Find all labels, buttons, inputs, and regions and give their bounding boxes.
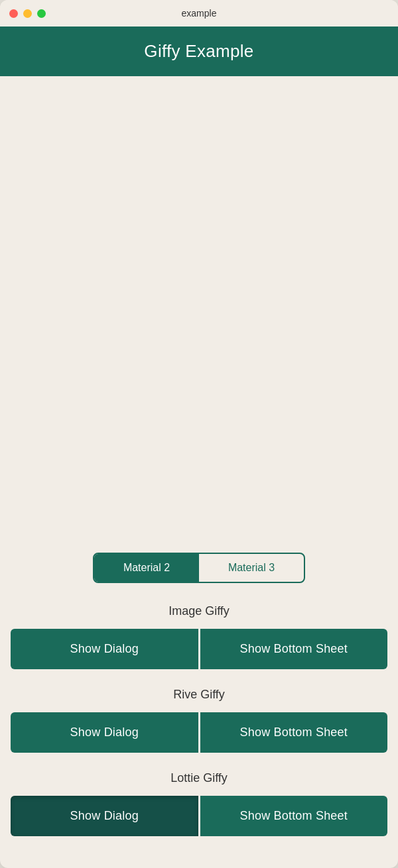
section-rive-giffy: Rive Giffy Show Dialog Show Bottom Sheet: [11, 688, 387, 753]
rive-giffy-show-dialog-button[interactable]: Show Dialog: [11, 712, 198, 753]
app-header: Giffy Example: [0, 27, 398, 76]
lottie-giffy-show-dialog-button[interactable]: Show Dialog: [11, 796, 198, 836]
rive-giffy-show-bottom-sheet-button[interactable]: Show Bottom Sheet: [200, 712, 388, 753]
tab-material3[interactable]: Material 3: [199, 554, 304, 582]
app-content: Material 2 Material 3 Image Giffy Show D…: [0, 76, 398, 868]
window-title: example: [182, 8, 217, 19]
minimize-button[interactable]: [23, 9, 32, 18]
image-giffy-show-bottom-sheet-button[interactable]: Show Bottom Sheet: [200, 629, 388, 669]
section-image-giffy-title: Image Giffy: [11, 604, 387, 618]
section-lottie-giffy: Lottie Giffy Show Dialog Show Bottom She…: [11, 771, 387, 836]
tab-group: Material 2 Material 3: [93, 553, 305, 583]
rive-giffy-button-row: Show Dialog Show Bottom Sheet: [11, 712, 387, 753]
image-giffy-button-row: Show Dialog Show Bottom Sheet: [11, 629, 387, 669]
close-button[interactable]: [9, 9, 18, 18]
lottie-giffy-show-bottom-sheet-button[interactable]: Show Bottom Sheet: [200, 796, 388, 836]
image-giffy-show-dialog-button[interactable]: Show Dialog: [11, 629, 198, 669]
section-lottie-giffy-title: Lottie Giffy: [11, 771, 387, 785]
tab-material2[interactable]: Material 2: [94, 554, 199, 582]
title-bar: example: [0, 0, 398, 27]
section-image-giffy: Image Giffy Show Dialog Show Bottom Shee…: [11, 604, 387, 669]
lottie-giffy-button-row: Show Dialog Show Bottom Sheet: [11, 796, 387, 836]
section-rive-giffy-title: Rive Giffy: [11, 688, 387, 702]
app-title: Giffy Example: [144, 41, 253, 61]
app-window: example Giffy Example Material 2 Materia…: [0, 0, 398, 868]
maximize-button[interactable]: [37, 9, 46, 18]
